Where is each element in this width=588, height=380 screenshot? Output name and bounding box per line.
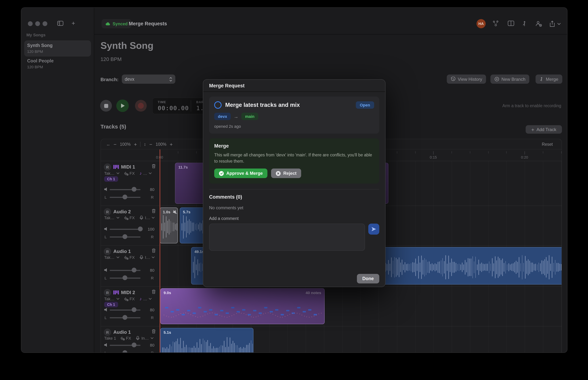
volume-slider[interactable]: 80 <box>101 307 160 312</box>
chevron-down-icon[interactable] <box>557 23 561 25</box>
take-selector[interactable]: Take 1 <box>104 336 116 340</box>
record-button[interactable] <box>135 100 147 112</box>
clip-1.0s[interactable]: 1.0s <box>160 208 178 243</box>
fx-button[interactable]: FX <box>124 215 135 220</box>
pan-slider[interactable]: LR <box>101 234 160 239</box>
fx-button[interactable]: FX <box>124 297 135 301</box>
record-arm-button[interactable]: R <box>104 329 111 336</box>
take-selector[interactable]: Tak… <box>104 215 114 220</box>
avatar[interactable]: HA <box>477 19 486 28</box>
track-controls: Tak…FX♪… <box>104 171 152 176</box>
branch-select[interactable]: devx <box>122 75 175 84</box>
record-arm-button[interactable]: R <box>104 248 111 255</box>
h-zoom-in-button[interactable]: + <box>134 141 137 147</box>
zoom-window-button[interactable] <box>43 21 47 26</box>
merge-button[interactable]: Merge <box>535 75 562 84</box>
fx-button[interactable]: FX <box>124 171 135 175</box>
status-badge: Open <box>356 101 374 109</box>
v-zoom-in-button[interactable]: + <box>170 141 173 147</box>
minimize-window-button[interactable] <box>35 21 40 26</box>
share-icon[interactable] <box>550 20 555 27</box>
merge-icon <box>540 76 544 82</box>
split-view-icon[interactable] <box>508 20 514 26</box>
play-icon <box>120 103 125 108</box>
send-comment-button[interactable] <box>368 224 379 235</box>
ruler-tick <box>488 151 488 153</box>
titlebar-divider <box>94 34 567 35</box>
fx-button[interactable]: FX <box>121 336 131 340</box>
new-branch-button[interactable]: New Branch <box>490 75 530 84</box>
delete-track-icon[interactable] <box>151 289 156 294</box>
pan-slider[interactable]: LR <box>101 195 160 200</box>
pan-left-label: L <box>105 276 107 280</box>
input-selector[interactable]: I… <box>139 255 155 260</box>
instrument-selector[interactable]: ♪… <box>139 296 152 302</box>
volume-slider[interactable]: 80 <box>101 187 160 192</box>
v-zoom-icon: ↕ <box>144 142 146 146</box>
stop-button[interactable] <box>100 100 112 112</box>
track-name: Audio 2 <box>113 209 131 214</box>
sidebar-toggle-icon[interactable] <box>57 20 63 26</box>
delete-track-icon[interactable] <box>151 164 156 169</box>
add-collaborator-icon[interactable] <box>535 20 542 27</box>
input-selector[interactable]: In… <box>136 336 154 340</box>
sidebar-section-label: My Songs <box>26 33 45 37</box>
merge-heading: Merge <box>214 143 374 149</box>
merge-cursor-icon[interactable] <box>522 20 527 27</box>
merge-request-title: Merge latest tracks and mix <box>225 102 352 108</box>
time-value: 00:00.00 <box>158 105 191 112</box>
volume-slider[interactable]: 80 <box>101 342 160 348</box>
branch-graph-icon[interactable] <box>493 20 499 26</box>
pan-slider[interactable]: LR <box>101 275 160 281</box>
take-selector[interactable]: Tak… <box>104 255 114 260</box>
delete-track-icon[interactable] <box>151 329 156 334</box>
play-button[interactable] <box>116 99 129 112</box>
waveform <box>160 212 178 242</box>
piano-icon <box>113 290 119 294</box>
speaker-icon <box>104 268 107 272</box>
new-song-button[interactable]: + <box>71 20 75 27</box>
approve-merge-button[interactable]: Approve & Merge <box>214 169 267 178</box>
track-name: Audio 1 <box>113 329 131 335</box>
delete-track-icon[interactable] <box>151 209 156 213</box>
view-history-button[interactable]: View History <box>447 75 486 84</box>
sidebar-item-synth-song[interactable]: Synth Song 120 BPM <box>24 40 91 57</box>
track-controls: Take 1FXIn… <box>104 336 154 340</box>
done-button[interactable]: Done <box>357 274 379 284</box>
add-track-button[interactable]: + Add Track <box>526 125 562 134</box>
sidebar-item-cool-people[interactable]: Cool People 120 BPM <box>24 56 91 72</box>
h-zoom-out-button[interactable]: − <box>113 141 116 147</box>
clip-5.1s[interactable]: 5.1s <box>160 328 253 353</box>
volume-slider[interactable]: 100 <box>101 227 160 232</box>
open-status-icon <box>214 101 222 109</box>
instrument-selector[interactable]: ♪… <box>139 171 152 176</box>
reject-button[interactable]: Reject <box>271 169 301 178</box>
clip-9.0s[interactable]: 9.0s40 notes <box>160 288 325 324</box>
track-controls: Tak…FXI… <box>104 215 155 220</box>
record-arm-button[interactable]: R <box>104 289 111 296</box>
pan-left-label: L <box>105 351 107 353</box>
v-zoom-out-button[interactable]: − <box>149 141 152 147</box>
take-selector[interactable]: Tak… <box>104 171 114 175</box>
pan-slider[interactable]: LR <box>101 315 160 320</box>
input-selector[interactable]: I… <box>139 215 155 220</box>
delete-track-icon[interactable] <box>151 248 156 253</box>
record-icon <box>138 103 144 109</box>
speaker-icon <box>104 308 107 312</box>
reset-zoom-button[interactable]: Reset <box>542 142 553 146</box>
merge-section: Merge This will merge all changes from '… <box>209 138 379 184</box>
paper-plane-icon <box>371 227 376 232</box>
merge-request-card[interactable]: Merge latest tracks and mix Open devx → … <box>209 96 379 134</box>
close-window-button[interactable] <box>28 21 33 26</box>
pan-slider[interactable]: LR <box>101 350 160 353</box>
record-arm-button[interactable]: R <box>104 208 111 215</box>
fx-button[interactable]: FX <box>124 255 135 260</box>
midi-channel-badge: Ch 1 <box>104 176 118 182</box>
ruler-tick <box>543 151 543 153</box>
volume-slider[interactable]: 80 <box>101 268 160 273</box>
playhead[interactable] <box>160 150 160 353</box>
take-selector[interactable]: Tak… <box>104 297 114 301</box>
pan-left-label: L <box>105 235 107 239</box>
record-arm-button[interactable]: R <box>104 163 111 171</box>
comment-input[interactable] <box>209 224 365 251</box>
